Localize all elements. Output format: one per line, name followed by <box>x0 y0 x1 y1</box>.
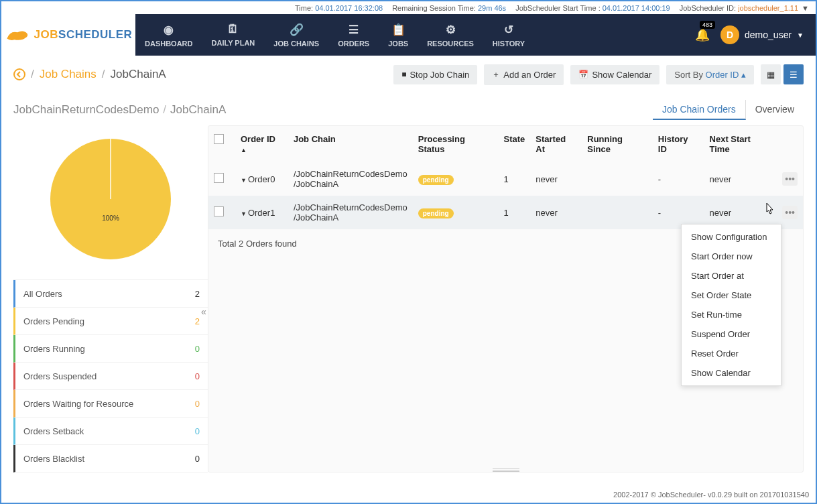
row-checkbox[interactable] <box>214 206 224 216</box>
breadcrumb-sep: / <box>31 68 34 81</box>
col-processing-status[interactable]: Processing Status <box>413 126 499 162</box>
nav-dashboard[interactable]: ◉DASHBOARD <box>135 14 202 56</box>
notifications-button[interactable]: 483 🔔 <box>695 27 710 42</box>
order-id-cell[interactable]: ▼Order1 <box>235 196 288 229</box>
ctx-item-suspend-order[interactable]: Suspend Order <box>682 324 781 344</box>
status-label: Orders Suspended <box>23 371 97 381</box>
caret-down-icon: ▼ <box>241 177 247 184</box>
job-chain-cell: /JobChainReturnCodesDemo/JobChainA <box>288 162 413 196</box>
sub-breadcrumb-parent[interactable]: JobChainReturnCodesDemo <box>13 103 159 116</box>
status-filter-blacklist[interactable]: Orders Blacklist0 <box>13 445 208 472</box>
avatar: D <box>720 25 739 44</box>
breadcrumb: / Job Chains / JobChainA <box>13 68 166 81</box>
scheduler-id[interactable]: JobScheduler ID: jobscheduler_1.11 ▼ <box>680 4 809 12</box>
col-started-at[interactable]: Started At <box>530 126 582 162</box>
grid-icon: ▦ <box>767 70 775 80</box>
row-actions-button[interactable]: ••• <box>782 206 798 219</box>
status-count: 0 <box>195 344 200 354</box>
nav-orders[interactable]: ☰ORDERS <box>328 14 379 56</box>
back-button[interactable] <box>13 68 25 80</box>
user-menu[interactable]: D demo_user ▼ <box>720 25 804 44</box>
subhead: JobChainReturnCodesDemo/JobChainA Job Ch… <box>1 93 816 125</box>
time-label: Time: 04.01.2017 16:32:08 <box>295 4 383 12</box>
nav-job-chains[interactable]: 🔗JOB CHAINS <box>264 14 328 56</box>
calendar-icon: 📅 <box>578 70 588 79</box>
nav-history[interactable]: ↺HISTORY <box>483 14 534 56</box>
col-history-id[interactable]: History ID <box>653 126 704 162</box>
plus-icon: ＋ <box>492 69 500 80</box>
ctx-item-show-calendar[interactable]: Show Calendar <box>682 363 781 383</box>
select-all-checkbox[interactable] <box>214 134 224 144</box>
ctx-item-set-run-time[interactable]: Set Run-time <box>682 305 781 324</box>
ctx-item-reset-order[interactable]: Reset Order <box>682 344 781 363</box>
add-order-button[interactable]: ＋Add an Order <box>484 64 564 85</box>
tab-job-chain-orders[interactable]: Job Chain Orders <box>653 100 746 120</box>
share-icon: ⚙ <box>446 23 456 37</box>
row-actions-button[interactable]: ••• <box>782 172 798 186</box>
pie-percent-label: 100% <box>102 214 119 222</box>
status-filter-setback[interactable]: Orders Setback0 <box>13 418 208 445</box>
status-bar: Time: 04.01.2017 16:32:08 Remaining Sess… <box>1 1 816 14</box>
started-at-cell: never <box>530 162 582 196</box>
history-id-cell: - <box>653 162 704 196</box>
status-label: All Orders <box>23 289 62 299</box>
pie-slice-pending: 100% <box>50 139 171 259</box>
sort-dropdown[interactable]: Sort By Order ID ▴ <box>666 65 754 84</box>
status-count: 2 <box>195 289 200 299</box>
rabbit-icon <box>5 27 30 42</box>
arrow-left-circle-icon <box>13 68 25 80</box>
list-icon: ☰ <box>349 23 359 37</box>
row-context-menu: Show ConfigurationStart Order nowStart O… <box>681 224 781 386</box>
state-cell: 1 <box>499 196 531 229</box>
ctx-item-set-order-state[interactable]: Set Order State <box>682 286 781 305</box>
status-filter-running[interactable]: Orders Running0 <box>13 335 208 363</box>
col-running-since[interactable]: Running Since <box>582 126 653 162</box>
status-filter-all[interactable]: All Orders2 <box>13 280 208 308</box>
status-filter-pending[interactable]: Orders Pending2 <box>13 308 208 335</box>
ctx-item-start-order-at[interactable]: Start Order at <box>682 266 781 286</box>
col-order-id[interactable]: Order ID <box>235 126 288 162</box>
history-icon: ↺ <box>504 23 513 37</box>
orders-table: Order ID Job Chain Processing Status Sta… <box>208 126 803 229</box>
ctx-item-start-order-now[interactable]: Start Order now <box>682 247 781 266</box>
row-checkbox[interactable] <box>214 173 224 183</box>
running-since-cell <box>582 196 653 229</box>
nav-items: ◉DASHBOARD 🗓DAILY PLAN 🔗JOB CHAINS ☰ORDE… <box>135 14 534 56</box>
main-nav: JOBSCHEDULER ◉DASHBOARD 🗓DAILY PLAN 🔗JOB… <box>1 14 816 56</box>
status-filter-waiting[interactable]: Orders Waiting for Resource0 <box>13 390 208 418</box>
started-at-cell: never <box>530 196 582 229</box>
status-filter-suspended[interactable]: Orders Suspended0 <box>13 363 208 390</box>
nav-resources[interactable]: ⚙RESOURCES <box>418 14 483 56</box>
caret-down-icon: ▼ <box>241 210 247 217</box>
stop-icon: ■ <box>401 70 406 79</box>
resize-handle[interactable] <box>493 468 519 472</box>
breadcrumb-job-chains[interactable]: Job Chains <box>40 68 97 81</box>
start-time-value: 04.01.2017 14:00:19 <box>603 4 670 12</box>
status-label: Orders Waiting for Resource <box>23 399 133 409</box>
ctx-item-show-configuration[interactable]: Show Configuration <box>682 227 781 247</box>
nav-jobs[interactable]: 📋JOBS <box>379 14 418 56</box>
collapse-sidebar-button[interactable]: « <box>201 306 206 317</box>
col-job-chain[interactable]: Job Chain <box>288 126 413 162</box>
stop-job-chain-button[interactable]: ■Stop Job Chain <box>393 65 477 84</box>
show-calendar-button[interactable]: 📅Show Calendar <box>570 65 659 84</box>
running-since-cell <box>582 162 653 196</box>
list-icon: ☰ <box>790 70 798 80</box>
order-id-cell[interactable]: ▼Order0 <box>235 162 288 196</box>
job-chain-cell: /JobChainReturnCodesDemo/JobChainA <box>288 196 413 229</box>
grid-view-button[interactable]: ▦ <box>761 64 781 84</box>
table-row[interactable]: ▼Order0/JobChainReturnCodesDemo/JobChain… <box>208 162 803 196</box>
col-state[interactable]: State <box>499 126 531 162</box>
col-next-start-time[interactable]: Next Start Time <box>704 126 777 162</box>
next-start-cell: never <box>704 162 777 196</box>
logo[interactable]: JOBSCHEDULER <box>1 14 135 56</box>
list-view-button[interactable]: ☰ <box>783 64 804 84</box>
scheduler-id-value: jobscheduler_1.11 <box>738 4 798 12</box>
calendar-icon: 🗓 <box>227 23 239 36</box>
nav-daily-plan[interactable]: 🗓DAILY PLAN <box>202 14 265 56</box>
status-count: 2 <box>195 316 200 326</box>
tab-overview[interactable]: Overview <box>746 100 804 120</box>
clipboard-icon: 📋 <box>391 23 405 37</box>
footer-text: 2002-2017 © JobScheduler- v0.0.29 built … <box>613 487 809 503</box>
caret-down-icon: ▼ <box>800 4 809 12</box>
